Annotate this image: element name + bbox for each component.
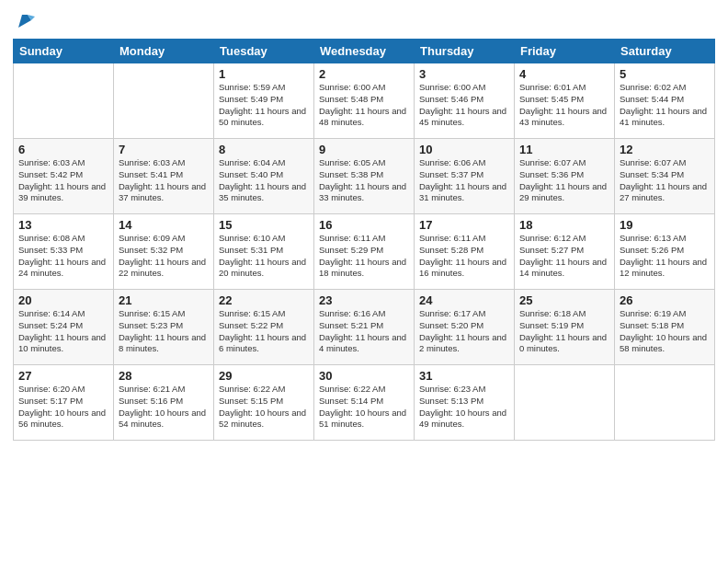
day-info: Sunrise: 6:13 AMSunset: 5:26 PMDaylight:…: [620, 233, 710, 280]
calendar-cell: 14Sunrise: 6:09 AMSunset: 5:32 PMDayligh…: [114, 214, 214, 290]
day-info: Sunrise: 5:59 AMSunset: 5:49 PMDaylight:…: [219, 82, 309, 129]
day-info: Sunrise: 6:12 AMSunset: 5:27 PMDaylight:…: [519, 233, 609, 280]
day-info: Sunrise: 6:21 AMSunset: 5:16 PMDaylight:…: [119, 384, 209, 431]
weekday-header-row: SundayMondayTuesdayWednesdayThursdayFrid…: [14, 40, 715, 63]
day-info: Sunrise: 6:07 AMSunset: 5:36 PMDaylight:…: [519, 157, 609, 204]
day-info: Sunrise: 6:00 AMSunset: 5:46 PMDaylight:…: [419, 82, 509, 129]
calendar-cell: 6Sunrise: 6:03 AMSunset: 5:42 PMDaylight…: [14, 139, 114, 214]
calendar-cell: 9Sunrise: 6:05 AMSunset: 5:38 PMDaylight…: [314, 139, 415, 214]
day-number: 12: [620, 143, 710, 156]
day-number: 9: [319, 143, 409, 156]
day-info: Sunrise: 6:02 AMSunset: 5:44 PMDaylight:…: [620, 82, 710, 129]
day-number: 22: [219, 293, 309, 307]
weekday-header-saturday: Saturday: [615, 40, 715, 63]
day-info: Sunrise: 6:05 AMSunset: 5:38 PMDaylight:…: [319, 157, 409, 204]
day-info: Sunrise: 6:20 AMSunset: 5:17 PMDaylight:…: [18, 384, 108, 431]
calendar-cell: 26Sunrise: 6:19 AMSunset: 5:18 PMDayligh…: [615, 290, 715, 365]
weekday-header-monday: Monday: [114, 40, 214, 63]
day-info: Sunrise: 6:14 AMSunset: 5:24 PMDaylight:…: [18, 308, 108, 355]
day-number: 2: [319, 67, 409, 81]
day-number: 5: [620, 67, 710, 81]
day-info: Sunrise: 6:09 AMSunset: 5:32 PMDaylight:…: [119, 233, 209, 280]
day-info: Sunrise: 6:01 AMSunset: 5:45 PMDaylight:…: [519, 82, 609, 129]
day-number: 8: [219, 143, 309, 156]
day-number: 7: [119, 143, 209, 156]
weekday-header-wednesday: Wednesday: [314, 40, 415, 63]
calendar-cell: 28Sunrise: 6:21 AMSunset: 5:16 PMDayligh…: [114, 365, 214, 441]
day-info: Sunrise: 6:16 AMSunset: 5:21 PMDaylight:…: [319, 308, 409, 355]
day-number: 23: [319, 293, 409, 307]
calendar-cell: [14, 63, 114, 139]
day-number: 6: [18, 143, 108, 156]
day-info: Sunrise: 6:15 AMSunset: 5:23 PMDaylight:…: [119, 308, 209, 355]
calendar-cell: 13Sunrise: 6:08 AMSunset: 5:33 PMDayligh…: [14, 214, 114, 290]
weekday-header-sunday: Sunday: [14, 40, 114, 63]
day-info: Sunrise: 6:22 AMSunset: 5:14 PMDaylight:…: [319, 384, 409, 431]
day-number: 26: [620, 293, 710, 307]
calendar-cell: 19Sunrise: 6:13 AMSunset: 5:26 PMDayligh…: [615, 214, 715, 290]
week-row-1: 6Sunrise: 6:03 AMSunset: 5:42 PMDaylight…: [14, 139, 715, 214]
day-number: 16: [319, 218, 409, 232]
day-number: 25: [519, 293, 609, 307]
day-number: 24: [419, 293, 509, 307]
calendar-cell: 10Sunrise: 6:06 AMSunset: 5:37 PMDayligh…: [415, 139, 515, 214]
day-info: Sunrise: 6:17 AMSunset: 5:20 PMDaylight:…: [419, 308, 509, 355]
day-info: Sunrise: 6:18 AMSunset: 5:19 PMDaylight:…: [519, 308, 609, 355]
day-info: Sunrise: 6:11 AMSunset: 5:29 PMDaylight:…: [319, 233, 409, 280]
calendar-cell: 5Sunrise: 6:02 AMSunset: 5:44 PMDaylight…: [615, 63, 715, 139]
weekday-header-friday: Friday: [515, 40, 615, 63]
day-number: 30: [319, 369, 409, 383]
calendar-cell: 2Sunrise: 6:00 AMSunset: 5:48 PMDaylight…: [314, 63, 415, 139]
calendar-cell: 1Sunrise: 5:59 AMSunset: 5:49 PMDaylight…: [214, 63, 314, 139]
day-info: Sunrise: 6:03 AMSunset: 5:42 PMDaylight:…: [18, 157, 108, 204]
calendar-cell: 12Sunrise: 6:07 AMSunset: 5:34 PMDayligh…: [615, 139, 715, 214]
day-number: 20: [18, 293, 108, 307]
day-number: 15: [219, 218, 309, 232]
day-number: 18: [519, 218, 609, 232]
day-info: Sunrise: 6:07 AMSunset: 5:34 PMDaylight:…: [620, 157, 710, 204]
calendar-cell: 7Sunrise: 6:03 AMSunset: 5:41 PMDaylight…: [114, 139, 214, 214]
day-number: 14: [119, 218, 209, 232]
calendar-cell: 4Sunrise: 6:01 AMSunset: 5:45 PMDaylight…: [515, 63, 615, 139]
calendar-cell: [515, 365, 615, 441]
logo: [13, 13, 35, 31]
day-number: 31: [419, 369, 509, 383]
calendar-cell: 17Sunrise: 6:11 AMSunset: 5:28 PMDayligh…: [415, 214, 515, 290]
calendar-cell: 25Sunrise: 6:18 AMSunset: 5:19 PMDayligh…: [515, 290, 615, 365]
day-info: Sunrise: 6:23 AMSunset: 5:13 PMDaylight:…: [419, 384, 509, 431]
day-number: 28: [119, 369, 209, 383]
day-number: 1: [219, 67, 309, 81]
week-row-2: 13Sunrise: 6:08 AMSunset: 5:33 PMDayligh…: [14, 214, 715, 290]
calendar-cell: 21Sunrise: 6:15 AMSunset: 5:23 PMDayligh…: [114, 290, 214, 365]
calendar-cell: 18Sunrise: 6:12 AMSunset: 5:27 PMDayligh…: [515, 214, 615, 290]
weekday-header-tuesday: Tuesday: [214, 40, 314, 63]
page-container: SundayMondayTuesdayWednesdayThursdayFrid…: [0, 0, 728, 450]
day-number: 27: [18, 369, 108, 383]
day-number: 13: [18, 218, 108, 232]
week-row-4: 27Sunrise: 6:20 AMSunset: 5:17 PMDayligh…: [14, 365, 715, 441]
calendar-cell: 20Sunrise: 6:14 AMSunset: 5:24 PMDayligh…: [14, 290, 114, 365]
day-number: 3: [419, 67, 509, 81]
calendar-cell: 27Sunrise: 6:20 AMSunset: 5:17 PMDayligh…: [14, 365, 114, 441]
day-number: 29: [219, 369, 309, 383]
calendar-cell: 16Sunrise: 6:11 AMSunset: 5:29 PMDayligh…: [314, 214, 415, 290]
calendar-cell: 15Sunrise: 6:10 AMSunset: 5:31 PMDayligh…: [214, 214, 314, 290]
day-info: Sunrise: 6:10 AMSunset: 5:31 PMDaylight:…: [219, 233, 309, 280]
day-info: Sunrise: 6:08 AMSunset: 5:33 PMDaylight:…: [18, 233, 108, 280]
weekday-header-thursday: Thursday: [415, 40, 515, 63]
day-info: Sunrise: 6:06 AMSunset: 5:37 PMDaylight:…: [419, 157, 509, 204]
day-info: Sunrise: 6:11 AMSunset: 5:28 PMDaylight:…: [419, 233, 509, 280]
day-info: Sunrise: 6:03 AMSunset: 5:41 PMDaylight:…: [119, 157, 209, 204]
day-info: Sunrise: 6:00 AMSunset: 5:48 PMDaylight:…: [319, 82, 409, 129]
calendar-table: SundayMondayTuesdayWednesdayThursdayFrid…: [13, 39, 715, 441]
day-info: Sunrise: 6:15 AMSunset: 5:22 PMDaylight:…: [219, 308, 309, 355]
header: [13, 9, 715, 31]
calendar-cell: [114, 63, 214, 139]
day-info: Sunrise: 6:04 AMSunset: 5:40 PMDaylight:…: [219, 157, 309, 204]
day-number: 17: [419, 218, 509, 232]
day-number: 21: [119, 293, 209, 307]
day-number: 4: [519, 67, 609, 81]
logo-icon: [15, 11, 35, 31]
calendar-cell: 24Sunrise: 6:17 AMSunset: 5:20 PMDayligh…: [415, 290, 515, 365]
calendar-cell: 11Sunrise: 6:07 AMSunset: 5:36 PMDayligh…: [515, 139, 615, 214]
